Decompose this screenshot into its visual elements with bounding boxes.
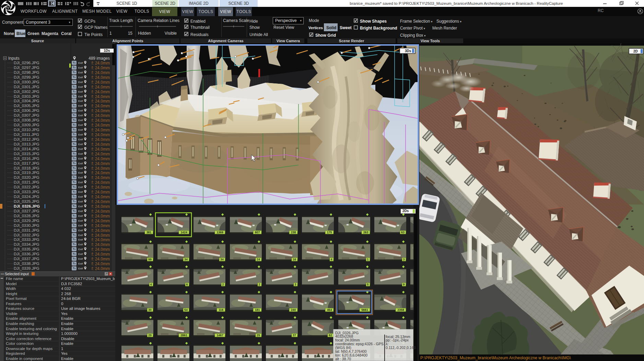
svg-text:2D: 2D	[633, 49, 638, 53]
svg-text:3: 3	[403, 258, 405, 261]
svg-text:16: 16	[293, 258, 296, 261]
svg-text:1424: 1424	[180, 231, 187, 234]
svg-text:607: 607	[255, 231, 260, 234]
svg-text:2: 2	[259, 283, 260, 286]
svg-text:5: 5	[367, 283, 369, 286]
svg-text:9: 9	[403, 283, 405, 286]
svg-text:464: 464	[327, 308, 332, 312]
svg-text:62: 62	[329, 334, 332, 337]
svg-text:99: 99	[148, 258, 152, 261]
svg-text:2358: 2358	[397, 308, 404, 312]
svg-text:37: 37	[293, 334, 296, 337]
svg-text:1467: 1467	[216, 334, 223, 337]
svg-text:5661: 5661	[361, 308, 368, 312]
svg-text:25: 25	[257, 334, 260, 337]
svg-text:24: 24	[257, 258, 260, 261]
svg-text:175: 175	[327, 231, 332, 234]
svg-text:54: 54	[184, 308, 188, 312]
svg-text:1: 1	[367, 258, 369, 261]
svg-text:3: 3	[295, 283, 296, 286]
svg-text:2861: 2861	[180, 334, 187, 337]
svg-text:30: 30	[148, 308, 152, 312]
svg-text:4: 4	[331, 258, 332, 261]
svg-text:P:\PROJEKTY\2503_Muzeum_branic: P:\PROJEKTY\2503_Muzeum_branice\Muzeum A…	[420, 356, 571, 360]
svg-text:6: 6	[186, 283, 188, 286]
svg-text:3Ds: 3Ds	[405, 49, 411, 53]
svg-text:240: 240	[291, 308, 296, 312]
svg-text:63: 63	[401, 231, 405, 234]
svg-text:34: 34	[220, 258, 224, 261]
svg-text:238: 238	[291, 231, 296, 234]
svg-text:116: 116	[219, 308, 223, 312]
svg-text:2: 2	[222, 283, 224, 286]
svg-text:34: 34	[184, 258, 188, 261]
svg-text:381: 381	[147, 231, 152, 234]
svg-text:20: 20	[148, 334, 152, 337]
svg-text:4: 4	[150, 283, 152, 286]
svg-text:181: 181	[255, 308, 260, 312]
svg-text:263: 263	[363, 231, 368, 234]
svg-text:1369: 1369	[216, 231, 223, 234]
